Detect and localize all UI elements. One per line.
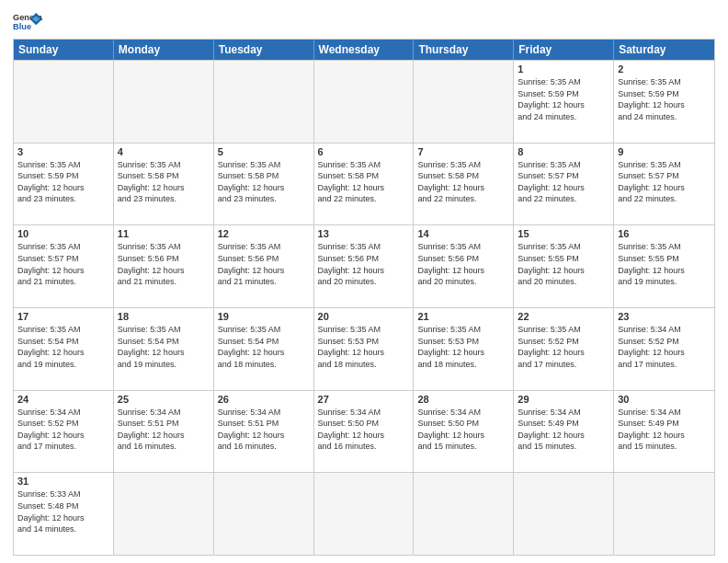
day-number: 21 — [417, 311, 509, 322]
calendar-cell: 3Sunrise: 5:35 AM Sunset: 5:59 PM Daylig… — [14, 144, 114, 225]
calendar-cell — [114, 473, 214, 555]
sun-info: Sunrise: 5:35 AM Sunset: 5:58 PM Dayligh… — [417, 159, 509, 205]
calendar-cell — [14, 61, 114, 143]
day-number: 10 — [17, 228, 109, 239]
sun-info: Sunrise: 5:35 AM Sunset: 5:55 PM Dayligh… — [518, 241, 609, 287]
calendar-cell: 15Sunrise: 5:35 AM Sunset: 5:55 PM Dayli… — [514, 225, 614, 307]
day-number: 4 — [118, 146, 210, 157]
sun-info: Sunrise: 5:34 AM Sunset: 5:51 PM Dayligh… — [218, 407, 310, 453]
sun-info: Sunrise: 5:35 AM Sunset: 5:53 PM Dayligh… — [417, 324, 509, 370]
calendar-cell — [214, 61, 314, 143]
calendar-cell: 2Sunrise: 5:35 AM Sunset: 5:59 PM Daylig… — [614, 61, 714, 143]
calendar-cell: 10Sunrise: 5:35 AM Sunset: 5:57 PM Dayli… — [14, 225, 114, 307]
day-number: 24 — [17, 394, 109, 405]
sun-info: Sunrise: 5:35 AM Sunset: 5:56 PM Dayligh… — [318, 241, 410, 287]
day-number: 28 — [417, 394, 509, 405]
sun-info: Sunrise: 5:35 AM Sunset: 5:57 PM Dayligh… — [618, 159, 711, 205]
day-number: 5 — [218, 146, 310, 157]
calendar-row: 24Sunrise: 5:34 AM Sunset: 5:52 PM Dayli… — [14, 390, 714, 473]
sun-info: Sunrise: 5:35 AM Sunset: 5:59 PM Dayligh… — [618, 76, 711, 122]
calendar: SundayMondayTuesdayWednesdayThursdayFrid… — [13, 39, 715, 556]
calendar-cell: 24Sunrise: 5:34 AM Sunset: 5:52 PM Dayli… — [14, 391, 114, 473]
calendar-cell: 17Sunrise: 5:35 AM Sunset: 5:54 PM Dayli… — [14, 308, 114, 390]
calendar-cell: 6Sunrise: 5:35 AM Sunset: 5:58 PM Daylig… — [314, 144, 415, 225]
calendar-cell: 16Sunrise: 5:35 AM Sunset: 5:55 PM Dayli… — [614, 225, 714, 307]
day-number: 14 — [417, 228, 509, 239]
sun-info: Sunrise: 5:34 AM Sunset: 5:50 PM Dayligh… — [318, 407, 410, 453]
calendar-cell: 31Sunrise: 5:33 AM Sunset: 5:48 PM Dayli… — [14, 473, 114, 555]
calendar-cell: 8Sunrise: 5:35 AM Sunset: 5:57 PM Daylig… — [514, 144, 614, 225]
page: General Blue SundayMondayTuesdayWednesda… — [0, 0, 728, 563]
calendar-cell: 20Sunrise: 5:35 AM Sunset: 5:53 PM Dayli… — [314, 308, 415, 390]
calendar-cell: 27Sunrise: 5:34 AM Sunset: 5:50 PM Dayli… — [314, 391, 415, 473]
calendar-cell — [214, 473, 314, 555]
calendar-cell: 14Sunrise: 5:35 AM Sunset: 5:56 PM Dayli… — [414, 225, 514, 307]
weekday-header: Thursday — [414, 40, 514, 60]
day-number: 11 — [118, 228, 210, 239]
sun-info: Sunrise: 5:35 AM Sunset: 5:59 PM Dayligh… — [518, 76, 609, 122]
day-number: 15 — [518, 228, 609, 239]
calendar-cell: 29Sunrise: 5:34 AM Sunset: 5:49 PM Dayli… — [514, 391, 614, 473]
calendar-cell — [314, 61, 415, 143]
day-number: 19 — [218, 311, 310, 322]
calendar-cell — [414, 473, 514, 555]
calendar-cell: 4Sunrise: 5:35 AM Sunset: 5:58 PM Daylig… — [114, 144, 214, 225]
calendar-cell — [514, 473, 614, 555]
sun-info: Sunrise: 5:34 AM Sunset: 5:51 PM Dayligh… — [118, 407, 210, 453]
sun-info: Sunrise: 5:35 AM Sunset: 5:54 PM Dayligh… — [17, 324, 109, 370]
sun-info: Sunrise: 5:34 AM Sunset: 5:52 PM Dayligh… — [618, 324, 711, 370]
calendar-cell: 11Sunrise: 5:35 AM Sunset: 5:56 PM Dayli… — [114, 225, 214, 307]
day-number: 2 — [618, 63, 711, 75]
weekday-header: Wednesday — [314, 40, 415, 60]
day-number: 29 — [518, 394, 609, 405]
sun-info: Sunrise: 5:35 AM Sunset: 5:58 PM Dayligh… — [318, 159, 410, 205]
day-number: 23 — [618, 311, 711, 322]
day-number: 27 — [318, 394, 410, 405]
day-number: 1 — [518, 63, 609, 75]
calendar-cell: 19Sunrise: 5:35 AM Sunset: 5:54 PM Dayli… — [214, 308, 314, 390]
weekday-header: Monday — [114, 40, 214, 60]
sun-info: Sunrise: 5:35 AM Sunset: 5:58 PM Dayligh… — [118, 159, 210, 205]
calendar-cell: 30Sunrise: 5:34 AM Sunset: 5:49 PM Dayli… — [614, 391, 714, 473]
day-number: 30 — [618, 394, 711, 405]
calendar-row: 1Sunrise: 5:35 AM Sunset: 5:59 PM Daylig… — [14, 60, 714, 143]
weekday-header: Saturday — [614, 40, 714, 60]
calendar-row: 17Sunrise: 5:35 AM Sunset: 5:54 PM Dayli… — [14, 307, 714, 390]
sun-info: Sunrise: 5:35 AM Sunset: 5:57 PM Dayligh… — [518, 159, 609, 205]
sun-info: Sunrise: 5:34 AM Sunset: 5:49 PM Dayligh… — [518, 407, 609, 453]
calendar-cell: 26Sunrise: 5:34 AM Sunset: 5:51 PM Dayli… — [214, 391, 314, 473]
calendar-header: SundayMondayTuesdayWednesdayThursdayFrid… — [14, 40, 714, 60]
generalblue-logo-icon: General Blue — [13, 11, 42, 33]
header: General Blue — [13, 11, 715, 33]
calendar-cell: 5Sunrise: 5:35 AM Sunset: 5:58 PM Daylig… — [214, 144, 314, 225]
day-number: 13 — [318, 228, 410, 239]
svg-text:Blue: Blue — [13, 22, 31, 31]
sun-info: Sunrise: 5:35 AM Sunset: 5:59 PM Dayligh… — [17, 159, 109, 205]
calendar-cell: 18Sunrise: 5:35 AM Sunset: 5:54 PM Dayli… — [114, 308, 214, 390]
calendar-cell: 13Sunrise: 5:35 AM Sunset: 5:56 PM Dayli… — [314, 225, 415, 307]
day-number: 20 — [318, 311, 410, 322]
sun-info: Sunrise: 5:33 AM Sunset: 5:48 PM Dayligh… — [17, 488, 109, 534]
calendar-cell: 21Sunrise: 5:35 AM Sunset: 5:53 PM Dayli… — [414, 308, 514, 390]
calendar-body: 1Sunrise: 5:35 AM Sunset: 5:59 PM Daylig… — [14, 60, 714, 555]
calendar-cell — [614, 473, 714, 555]
day-number: 7 — [417, 146, 509, 157]
weekday-header: Friday — [514, 40, 614, 60]
sun-info: Sunrise: 5:34 AM Sunset: 5:50 PM Dayligh… — [417, 407, 509, 453]
day-number: 9 — [618, 146, 711, 157]
logo: General Blue — [13, 11, 42, 33]
calendar-cell — [314, 473, 415, 555]
day-number: 22 — [518, 311, 609, 322]
day-number: 6 — [318, 146, 410, 157]
sun-info: Sunrise: 5:35 AM Sunset: 5:55 PM Dayligh… — [618, 241, 711, 287]
sun-info: Sunrise: 5:35 AM Sunset: 5:54 PM Dayligh… — [218, 324, 310, 370]
calendar-cell: 7Sunrise: 5:35 AM Sunset: 5:58 PM Daylig… — [414, 144, 514, 225]
calendar-row: 10Sunrise: 5:35 AM Sunset: 5:57 PM Dayli… — [14, 224, 714, 307]
sun-info: Sunrise: 5:34 AM Sunset: 5:49 PM Dayligh… — [618, 407, 711, 453]
day-number: 16 — [618, 228, 711, 239]
day-number: 12 — [218, 228, 310, 239]
calendar-row: 3Sunrise: 5:35 AM Sunset: 5:59 PM Daylig… — [14, 143, 714, 225]
calendar-cell: 9Sunrise: 5:35 AM Sunset: 5:57 PM Daylig… — [614, 144, 714, 225]
sun-info: Sunrise: 5:35 AM Sunset: 5:54 PM Dayligh… — [118, 324, 210, 370]
calendar-cell: 28Sunrise: 5:34 AM Sunset: 5:50 PM Dayli… — [414, 391, 514, 473]
